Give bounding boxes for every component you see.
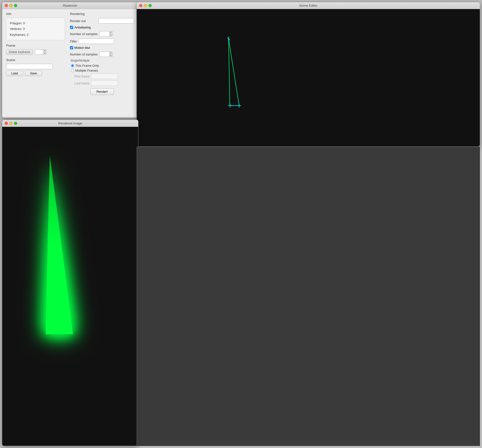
polygon-info: Polygon: 0 xyxy=(10,20,61,26)
render-button[interactable]: Render! xyxy=(90,88,114,95)
num-samples-label: Number of samples xyxy=(70,32,98,36)
samples-spin-down[interactable]: ▼ xyxy=(109,34,112,37)
samples-spinner-buttons: ▲ ▼ xyxy=(109,31,112,37)
frame-label: Frame xyxy=(6,44,65,47)
load-button[interactable]: Load xyxy=(6,71,23,76)
close-button-scene-editor[interactable] xyxy=(139,4,142,7)
rendered-canvas xyxy=(2,127,138,446)
rasterizer-titlebar: Rasterizer xyxy=(2,2,138,9)
frame-spin-down[interactable]: ▼ xyxy=(43,52,46,55)
bottom-right-panel xyxy=(136,147,480,446)
vertices-info: Vertices: 3 xyxy=(10,26,61,32)
rendered-image-titlebar: Rendered Image xyxy=(2,120,138,127)
svg-line-2 xyxy=(228,39,239,106)
maximize-button-scene-editor[interactable] xyxy=(148,4,152,7)
antialiasing-checkbox[interactable] xyxy=(70,26,73,29)
this-frame-only-label: This Frame Only xyxy=(75,64,99,67)
samples2-spin-down[interactable]: ▼ xyxy=(109,54,112,57)
maximize-button-rasterizer[interactable] xyxy=(14,4,17,7)
frame-spin-up[interactable]: ▲ xyxy=(43,49,46,52)
scene-editor-window: Scene Editor xyxy=(136,2,480,147)
rendering-label: Rendering xyxy=(70,12,134,16)
num-samples2-label: Number of samples xyxy=(70,53,98,56)
svg-line-0 xyxy=(228,39,230,106)
minimize-button-rasterizer[interactable] xyxy=(9,4,13,7)
traffic-lights-rendered xyxy=(5,122,17,125)
minimize-button-scene-editor[interactable] xyxy=(144,4,147,7)
scene-editor-title: Scene Editor xyxy=(299,4,317,7)
antialiasing-label: Antialiasing xyxy=(74,26,91,29)
scene-svg xyxy=(137,9,480,146)
traffic-lights-scene-editor xyxy=(139,4,152,7)
info-label: Info xyxy=(6,12,65,16)
samples2-spinner-buttons: ▲ ▼ xyxy=(109,52,112,57)
motion-blur-label: Motion blur xyxy=(74,46,90,50)
close-button-rendered[interactable] xyxy=(5,122,8,125)
rendered-image-canvas xyxy=(2,127,138,446)
samples2-value-input[interactable]: 64 xyxy=(99,53,109,56)
frame-spinner[interactable]: 4 ▲ ▼ xyxy=(35,49,46,55)
first-frame-label: First frame xyxy=(70,75,90,78)
traffic-lights-rasterizer xyxy=(5,4,17,7)
info-box: Polygon: 0 Vertices: 3 Keyframes: 2 xyxy=(6,18,65,40)
single-multiple-label: Single/Multiple xyxy=(70,59,134,62)
frame-value-input[interactable]: 4 xyxy=(35,50,43,54)
scene-editor-canvas[interactable] xyxy=(137,9,480,146)
render-out-input[interactable] xyxy=(98,18,134,24)
scene-section: Scene examples/sample1 Load Save xyxy=(6,58,65,76)
samples2-spin-up[interactable]: ▲ xyxy=(109,52,112,54)
minimize-button-rendered[interactable] xyxy=(9,122,13,125)
rasterizer-window: Rasterizer Info Polygon: 0 Vertices: 3 K… xyxy=(2,2,138,118)
filter-label: Filter xyxy=(70,40,77,43)
filter-input[interactable] xyxy=(79,39,114,44)
keyframes-info: Keyframes: 2 xyxy=(10,32,61,38)
scene-label: Scene xyxy=(6,58,65,62)
samples2-spinner[interactable]: 64 ▲ ▼ xyxy=(99,52,113,57)
first-frame-input[interactable] xyxy=(91,74,118,79)
motion-blur-checkbox[interactable] xyxy=(70,46,73,49)
last-frame-input[interactable] xyxy=(91,80,118,86)
save-button[interactable]: Save xyxy=(25,71,42,76)
scene-path-input[interactable]: examples/sample1 xyxy=(6,64,53,69)
this-frame-only-radio[interactable] xyxy=(71,64,74,67)
frame-section: Frame Delete keyframe 4 ▲ ▼ xyxy=(6,44,65,55)
multiple-frames-radio[interactable] xyxy=(71,69,74,72)
maximize-button-rendered[interactable] xyxy=(14,122,17,125)
samples-spinner[interactable]: 64 ▲ ▼ xyxy=(99,31,113,37)
render-out-label: Render out xyxy=(70,19,97,23)
scene-editor-titlebar: Scene Editor xyxy=(137,2,480,9)
multiple-frames-label: Multiple Frames xyxy=(75,69,98,72)
last-frame-label: Last frame xyxy=(70,81,90,85)
rasterizer-title: Rasterizer xyxy=(63,4,77,7)
samples-spin-up[interactable]: ▲ xyxy=(109,31,112,34)
samples-value-input[interactable]: 64 xyxy=(99,32,109,36)
rendered-image-window: Rendered Image xyxy=(2,120,138,446)
frame-spinner-buttons: ▲ ▼ xyxy=(43,49,46,55)
delete-keyframe-button[interactable]: Delete keyframe xyxy=(6,49,33,55)
rendered-image-title: Rendered Image xyxy=(58,121,82,125)
close-button-rasterizer[interactable] xyxy=(5,4,8,7)
